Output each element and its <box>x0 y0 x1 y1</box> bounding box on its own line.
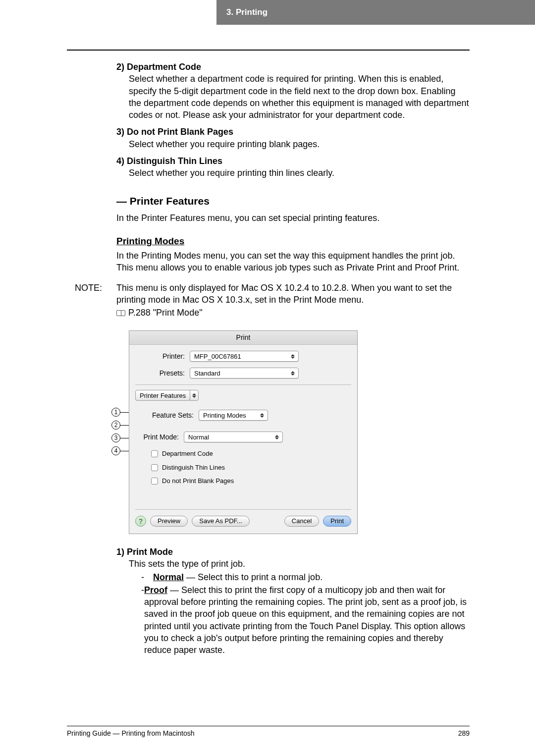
list-item: - Normal — Select this to print a normal… <box>141 571 470 583</box>
footer-left: Printing Guide — Printing from Macintosh <box>67 729 195 737</box>
book-ref: P.288 "Print Mode" <box>116 307 203 319</box>
pane-dropdown[interactable]: Printer Features <box>135 390 190 401</box>
item-num: 1) <box>116 547 124 557</box>
note-ref-text: P.288 "Print Mode" <box>128 308 203 318</box>
save-pdf-label: Save As PDF... <box>199 517 242 526</box>
item-num: 4) <box>116 156 124 166</box>
sub-heading-printing-modes: Printing Modes <box>116 235 470 248</box>
opt-text: — Select this to print a normal job. <box>184 572 322 582</box>
item-body: Select whether a department code is requ… <box>116 73 470 121</box>
pane-value: Printer Features <box>140 391 186 400</box>
cb-label-dept-code: Department Code <box>162 449 213 458</box>
preview-label: Preview <box>158 517 180 526</box>
item-thin-lines: 4) Distinguish Thin Lines Select whether… <box>116 155 470 179</box>
cancel-label: Cancel <box>292 517 312 526</box>
print-mode-label: Print Mode: <box>129 432 184 442</box>
dialog-wrapper: 1 2 3 4 Print Printer: MFP_00C67861 Pres… <box>129 330 470 534</box>
item-title: Distinguish Thin Lines <box>127 156 222 166</box>
help-button[interactable]: ? <box>135 516 146 527</box>
print-dialog: Print Printer: MFP_00C67861 Presets: Sta… <box>129 330 358 534</box>
book-icon <box>116 310 125 316</box>
item-title: Department Code <box>127 62 201 72</box>
note-body: This menu is only displayed for Mac OS X… <box>116 282 470 319</box>
print-mode-value: Normal <box>188 433 209 442</box>
chevron-updown-icon <box>289 368 296 378</box>
item-blank-pages: 3) Do not Print Blank Pages Select wheth… <box>116 126 470 150</box>
opt-name-proof: Proof <box>144 585 167 595</box>
footer-rule <box>67 726 470 726</box>
print-mode-dropdown[interactable]: Normal <box>184 432 283 442</box>
sub-body: In the Printing Modes menu, you can set … <box>116 250 470 274</box>
section-intro: In the Printer Features menu, you can se… <box>116 212 470 224</box>
cb-label-thin-lines: Distinguish Thin Lines <box>162 463 225 472</box>
chevron-updown-icon <box>273 432 280 442</box>
page-content: 2) Department Code Select whether a depa… <box>116 61 470 661</box>
list-item: - Proof — Select this to print the first… <box>141 584 470 656</box>
note-text: This menu is only displayed for Mac OS X… <box>116 283 452 305</box>
item-print-mode: 1) Print Mode This sets the type of prin… <box>116 546 470 656</box>
page-footer: Printing Guide — Printing from Macintosh… <box>67 729 470 737</box>
note-row: NOTE: This menu is only displayed for Ma… <box>116 282 470 319</box>
print-button[interactable]: Print <box>323 516 351 527</box>
item-title: Print Mode <box>127 547 173 557</box>
item-dept-code: 2) Department Code Select whether a depa… <box>116 61 470 121</box>
printer-dropdown[interactable]: MFP_00C67861 <box>190 351 299 362</box>
callout-1: 1 <box>111 408 120 417</box>
top-rule <box>67 50 470 51</box>
callout-2: 2 <box>111 421 120 430</box>
chevron-updown-icon <box>289 351 296 361</box>
item-num: 3) <box>116 127 124 137</box>
chapter-title: 3. Printing <box>226 7 268 17</box>
printer-label: Printer: <box>129 352 190 361</box>
separator <box>135 509 351 510</box>
preview-button[interactable]: Preview <box>150 516 188 527</box>
cb-label-blank-pages: Do not Print Blank Pages <box>162 477 234 486</box>
checkbox-thin-lines[interactable] <box>151 464 158 471</box>
printer-value: MFP_00C67861 <box>194 352 241 361</box>
item-body: Select whether you require printing thin… <box>116 167 470 179</box>
note-label: NOTE: <box>75 282 116 319</box>
presets-value: Standard <box>194 369 220 378</box>
item-body: Select whether you require printing blan… <box>116 138 470 150</box>
chevron-updown-icon <box>259 410 266 420</box>
save-as-pdf-button[interactable]: Save As PDF... <box>192 516 250 527</box>
chevron-updown-icon[interactable] <box>190 390 199 401</box>
page-number: 289 <box>458 729 470 737</box>
item-intro: This sets the type of print job. <box>129 558 470 570</box>
separator <box>135 384 351 385</box>
presets-label: Presets: <box>129 369 190 378</box>
print-label: Print <box>330 517 344 526</box>
opt-name-normal: Normal <box>153 572 184 582</box>
item-title: Do not Print Blank Pages <box>127 127 233 137</box>
cancel-button[interactable]: Cancel <box>284 516 319 527</box>
callout-3: 3 <box>111 433 120 442</box>
feature-sets-dropdown[interactable]: Printing Modes <box>199 410 268 421</box>
opt-text: — Select this to print the first copy of… <box>144 585 467 655</box>
dialog-title: Print <box>129 331 357 345</box>
feature-sets-label: Feature Sets: <box>129 411 199 420</box>
feature-sets-value: Printing Modes <box>203 411 246 420</box>
item-num: 2) <box>116 62 124 72</box>
presets-dropdown[interactable]: Standard <box>190 368 299 378</box>
chapter-header: 3. Printing <box>216 0 535 25</box>
checkbox-department-code[interactable] <box>151 450 158 457</box>
callout-4: 4 <box>111 446 120 455</box>
section-heading-printer-features: — Printer Features <box>116 194 470 208</box>
checkbox-blank-pages[interactable] <box>151 478 158 485</box>
